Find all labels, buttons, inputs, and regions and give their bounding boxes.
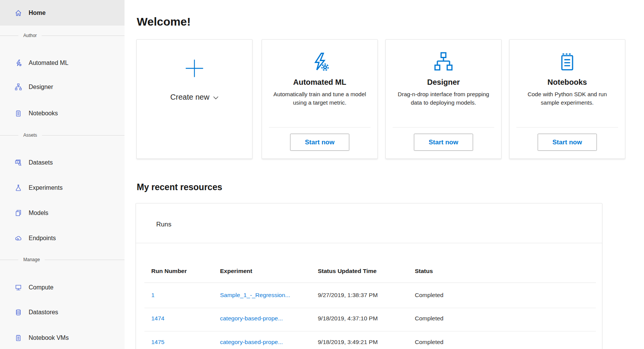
divider-line (0, 135, 18, 136)
sidebar: Home Author Automated ML Designer (0, 0, 125, 349)
chevron-down-icon (213, 96, 218, 100)
sidebar-item-label: Endpoints (29, 235, 56, 242)
card-title: Notebooks (547, 78, 587, 87)
create-new-card[interactable]: Create new (136, 39, 252, 159)
start-now-button[interactable]: Start now (538, 134, 597, 151)
status-updated-time: 9/18/2019, 4:37:10 PM (318, 315, 378, 322)
divider (269, 127, 371, 128)
sidebar-item-label: Datasets (29, 159, 53, 166)
sidebar-item-label: Notebooks (29, 110, 58, 117)
column-header-run-number: Run Number (151, 268, 187, 275)
sidebar-item-home[interactable]: Home (0, 0, 125, 26)
status-updated-time: 9/27/2019, 1:38:37 PM (318, 292, 378, 299)
experiment-link[interactable]: category-based-prope... (220, 339, 283, 346)
datastores-icon (15, 309, 22, 316)
card-title: Designer (427, 78, 460, 87)
sidebar-item-notebook-vms[interactable]: Notebook VMs (0, 330, 125, 346)
sidebar-item-notebooks[interactable]: Notebooks (0, 106, 125, 121)
divider (144, 308, 596, 308)
automated-ml-card: Automated ML Automatically train and tun… (262, 39, 378, 159)
start-now-button[interactable]: Start now (290, 134, 350, 151)
sidebar-item-label: Models (29, 210, 49, 217)
sidebar-item-endpoints[interactable]: Endpoints (0, 231, 125, 246)
plus-icon (183, 57, 206, 80)
status-updated-time: 9/18/2019, 3:49:21 PM (318, 339, 378, 346)
sidebar-item-automated-ml[interactable]: Automated ML (0, 55, 125, 71)
notebooks-icon (557, 51, 578, 73)
card-description: Automatically train and tune a model usi… (262, 90, 377, 107)
column-header-status-updated-time: Status Updated Time (318, 268, 377, 275)
datasets-icon (15, 159, 22, 166)
models-icon (15, 209, 22, 217)
divider (144, 283, 596, 283)
create-new-label: Create new (170, 93, 209, 102)
notebooks-card: Notebooks Code with Python SDK and run s… (509, 39, 625, 159)
sidebar-item-label: Home (29, 10, 45, 16)
sidebar-item-label: Compute (29, 284, 53, 291)
run-number-link[interactable]: 1 (151, 292, 155, 299)
column-header-status: Status (415, 268, 433, 275)
sidebar-item-experiments[interactable]: Experiments (0, 180, 125, 196)
run-number-link[interactable]: 1474 (151, 315, 164, 322)
sidebar-section-assets: Assets (0, 131, 125, 140)
notebook-vms-icon (15, 334, 22, 342)
card-description: Drag-n-drop interface from prepping data… (386, 90, 501, 107)
status-value: Completed (415, 292, 443, 299)
sidebar-item-compute[interactable]: Compute (0, 280, 125, 295)
sidebar-section-manage: Manage (0, 255, 125, 264)
divider (136, 243, 602, 243)
designer-icon (15, 83, 22, 91)
card-description: Code with Python SDK and run sample expe… (510, 90, 625, 107)
card-title: Automated ML (293, 78, 346, 87)
sidebar-item-label: Datastores (29, 309, 58, 316)
divider-line (0, 36, 18, 36)
endpoints-icon (15, 234, 22, 242)
sidebar-item-label: Experiments (29, 184, 63, 191)
compute-icon (15, 284, 22, 291)
divider-line (42, 135, 125, 136)
designer-icon (433, 51, 454, 73)
experiments-icon (15, 184, 22, 192)
divider-line (0, 260, 18, 260)
experiment-link[interactable]: category-based-prope... (220, 315, 283, 322)
section-label: Manage (23, 257, 40, 262)
sidebar-item-models[interactable]: Models (0, 205, 125, 221)
sidebar-item-label: Automated ML (29, 60, 68, 66)
notebooks-icon (15, 110, 22, 117)
section-label: Author (23, 33, 37, 38)
column-header-experiment: Experiment (220, 268, 252, 275)
sidebar-section-author: Author (0, 31, 125, 40)
start-now-button[interactable]: Start now (414, 134, 473, 151)
automated-ml-icon (309, 51, 330, 73)
divider-line (45, 260, 125, 260)
sidebar-item-datastores[interactable]: Datastores (0, 305, 125, 320)
recent-resources-title: My recent resources (137, 182, 222, 192)
experiment-link[interactable]: Sample_1_-_Regression... (220, 292, 290, 299)
divider (144, 331, 596, 331)
status-value: Completed (415, 315, 443, 322)
runs-panel: Runs Run Number Experiment Status Update… (136, 203, 602, 349)
section-label: Assets (23, 132, 37, 138)
divider-line (42, 36, 125, 36)
sidebar-item-label: Notebook VMs (29, 334, 69, 341)
status-value: Completed (415, 339, 443, 346)
run-number-link[interactable]: 1475 (151, 339, 164, 346)
page-title: Welcome! (137, 15, 191, 28)
home-icon (15, 9, 22, 17)
divider (516, 127, 618, 128)
tab-runs: Runs (156, 221, 172, 228)
sidebar-item-label: Designer (29, 84, 53, 90)
divider (393, 127, 494, 128)
sidebar-item-designer[interactable]: Designer (0, 79, 125, 95)
sidebar-item-datasets[interactable]: Datasets (0, 155, 125, 170)
designer-card: Designer Drag-n-drop interface from prep… (385, 39, 502, 159)
automated-ml-icon (15, 59, 22, 67)
